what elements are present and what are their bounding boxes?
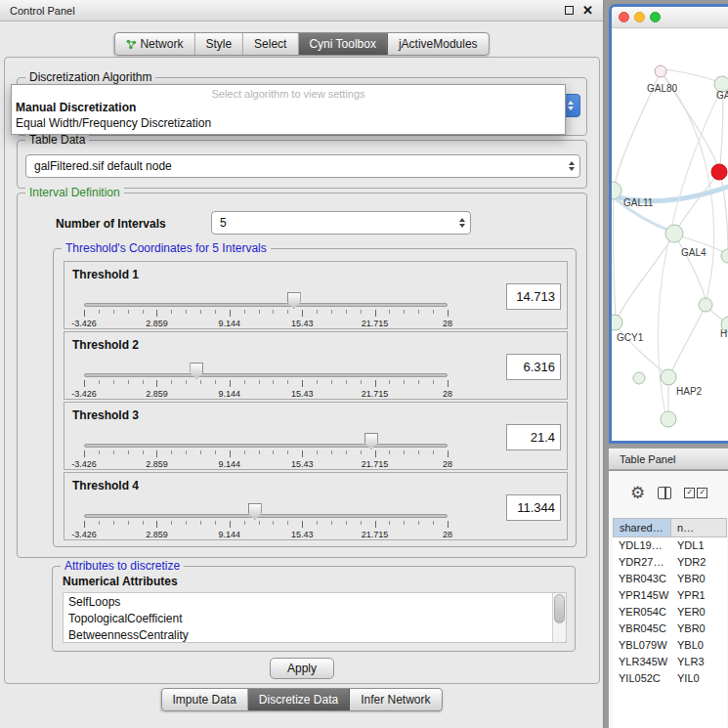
popup-item-manual-discretization[interactable]: Manual Discretization (12, 100, 565, 115)
tab-impute-data[interactable]: Impute Data (161, 689, 247, 710)
threshold-slider[interactable]: -3.4262.8599.14415.4321.71528 (84, 430, 448, 469)
table-toolbar: ⚙ ✓✓ (609, 471, 728, 514)
table-data-select[interactable]: galFiltered.sif default node (25, 154, 580, 178)
table-row[interactable]: YBR043CYBR0 (613, 571, 727, 587)
window-controls: ✕ (565, 4, 593, 17)
node-label: HAP2 (676, 386, 703, 397)
zoom-traffic-light-icon[interactable] (650, 12, 661, 22)
num-intervals-select[interactable]: 5 (211, 211, 471, 235)
network-node[interactable] (655, 65, 666, 77)
group-title: Attributes to discretize (61, 559, 184, 573)
table-row[interactable]: YBR045CYBR0 (613, 621, 727, 637)
popup-item-equal-width-frequency[interactable]: Equal Width/Frequency Discretization (12, 115, 565, 131)
num-intervals-label: Number of Intervals (56, 217, 166, 231)
apply-button[interactable]: Apply (270, 658, 334, 679)
slider-track (84, 303, 448, 307)
group-title: Discretization Algorithm (25, 70, 155, 84)
node-label: GAL4 (681, 247, 707, 258)
tick-label: 28 (443, 319, 452, 328)
table-row[interactable]: YBL079WYBL0 (613, 637, 727, 654)
combo-arrows-icon (564, 161, 579, 171)
threshold-panel-1: Threshold 1-3.4262.8599.14415.4321.71528 (64, 261, 568, 329)
column-header[interactable]: n… (671, 518, 727, 537)
threshold-value-input[interactable] (506, 424, 561, 450)
tab-label: Discretize Data (259, 693, 338, 707)
combo-value: galFiltered.sif default node (26, 159, 564, 173)
table-row[interactable]: YPR145WYPR1 (613, 587, 727, 604)
network-node[interactable] (699, 298, 712, 312)
node-label: GCY1 (617, 332, 644, 343)
slider-track (84, 514, 448, 518)
scrollbar[interactable] (552, 593, 566, 642)
slider-ticks (84, 521, 448, 529)
attribute-list-item[interactable]: TopologicalCoefficient (64, 610, 566, 626)
tick-label: 28 (443, 389, 452, 399)
node-label: GAL80 (647, 83, 678, 94)
tab-network[interactable]: Network (114, 33, 194, 55)
threshold-value-input[interactable] (506, 354, 561, 380)
minimize-traffic-light-icon[interactable] (634, 12, 645, 22)
attribute-list-item[interactable]: SelfLoops (64, 593, 566, 610)
tab-discretize-data[interactable]: Discretize Data (248, 689, 350, 710)
tick-label: 9.144 (219, 459, 241, 469)
table-cell: YIL052C (613, 670, 671, 687)
table-cell: YBL0 (671, 637, 727, 654)
attribute-list-item[interactable]: BetweennessCentrality (64, 626, 566, 643)
table-cell: YDR2 (671, 554, 727, 571)
tab-jactivemodules[interactable]: jActiveModules (388, 33, 489, 55)
threshold-value-input[interactable] (506, 494, 561, 521)
slider-ticks (84, 380, 448, 388)
network-edge (671, 310, 704, 372)
column-header[interactable]: shared… (613, 518, 671, 537)
close-icon[interactable]: ✕ (582, 4, 593, 17)
table-cell: YLR345W (613, 654, 671, 670)
top-tab-bar: NetworkStyleSelectCyni ToolboxjActiveMod… (113, 32, 489, 56)
threshold-panel-3: Threshold 3-3.4262.8599.14415.4321.71528 (64, 402, 568, 470)
algorithm-dropdown-popup: Select algorithm to view settings Manual… (11, 84, 566, 135)
tick-label: 21.715 (362, 459, 389, 469)
tab-select[interactable]: Select (243, 33, 298, 55)
columns-icon[interactable] (658, 487, 671, 499)
network-node[interactable] (612, 315, 622, 330)
table-row[interactable]: YER054CYER0 (613, 604, 727, 621)
table-row[interactable]: YDR27…YDR2 (613, 554, 727, 571)
checkbox-icon: ✓ (684, 488, 695, 498)
tab-label: Impute Data (172, 693, 236, 707)
float-window-icon[interactable] (565, 6, 574, 15)
tick-label: -3.426 (71, 319, 97, 328)
network-node[interactable] (661, 369, 676, 385)
tick-label: 2.859 (146, 459, 168, 469)
table-row[interactable]: YIL052CYIL0 (613, 670, 727, 687)
table-cell: YBL079W (613, 637, 671, 654)
network-node[interactable] (661, 411, 676, 427)
scrollbar-thumb[interactable] (554, 594, 565, 623)
table-panel-title: Table Panel (620, 453, 676, 465)
group-title: Interval Definition (25, 186, 124, 199)
gear-icon[interactable]: ⚙ (630, 485, 645, 501)
tick-label: 21.715 (362, 530, 389, 539)
network-node[interactable] (633, 372, 645, 384)
table-row[interactable]: YDL19…YDL1 (613, 537, 727, 554)
tick-label: 2.859 (146, 530, 168, 539)
close-traffic-light-icon[interactable] (619, 12, 629, 22)
threshold-label: Threshold 1 (72, 268, 139, 281)
table-header: shared…n… (613, 518, 727, 537)
table-row[interactable]: YLR345WYLR3 (613, 654, 727, 670)
threshold-panel-2: Threshold 2-3.4262.8599.14415.4321.71528 (64, 331, 568, 400)
tab-infer-network[interactable]: Infer Network (350, 689, 441, 710)
slider-track (84, 444, 448, 448)
tick-label: -3.426 (71, 389, 97, 399)
threshold-slider[interactable]: -3.4262.8599.14415.4321.71528 (84, 360, 448, 399)
network-node[interactable] (665, 225, 683, 242)
tab-style[interactable]: Style (194, 33, 243, 55)
threshold-slider[interactable]: -3.4262.8599.14415.4321.71528 (84, 289, 448, 328)
network-canvas[interactable]: GAL80GAGAL11GAL4GCY1HHAP2 (612, 28, 728, 440)
table-panel-titlebar: Table Panel (609, 448, 728, 470)
threshold-slider[interactable]: -3.4262.8599.14415.4321.71528 (84, 500, 448, 539)
network-node[interactable] (711, 164, 727, 180)
tab-cyni-toolbox[interactable]: Cyni Toolbox (298, 33, 387, 55)
select-columns-icon[interactable]: ✓✓ (684, 488, 707, 498)
tick-label: 28 (443, 459, 452, 469)
tab-label: Network (140, 37, 183, 51)
threshold-value-input[interactable] (506, 283, 561, 310)
